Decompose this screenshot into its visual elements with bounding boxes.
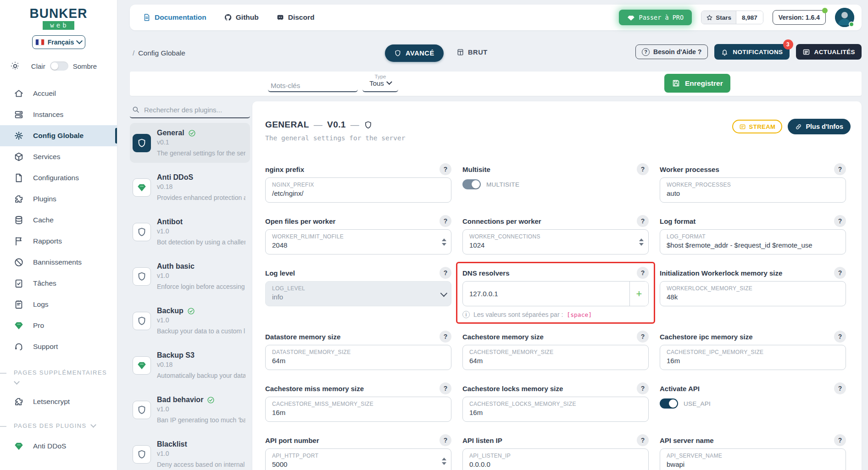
github-stars-badge[interactable]: Stars 8,987 xyxy=(701,11,763,24)
upgrade-pro-button[interactable]: Passer à PRO xyxy=(619,10,692,25)
sidebar-item-plugins[interactable]: Plugins xyxy=(0,188,117,210)
add-value-button[interactable]: + xyxy=(630,282,648,306)
cachestore-locks-memory-size-input[interactable]: CACHESTORE_LOCKS_MEMORY_SIZE16m xyxy=(462,397,649,422)
number-stepper[interactable] xyxy=(639,238,644,246)
sidebar-item-instances[interactable]: Instances xyxy=(0,104,117,125)
worker-processes-input[interactable]: WORKER_PROCESSESauto xyxy=(660,177,846,203)
plugin-item-antibot[interactable]: Antibot v1.0 Bot detection by using a ch… xyxy=(130,212,250,252)
help-icon[interactable]: ? xyxy=(637,163,649,175)
plugin-description: Provides enhanced protection a... xyxy=(157,194,245,201)
settings-form: nginx prefix? NGINX_PREFIX/etc/nginx/ Mu… xyxy=(252,164,862,470)
help-icon[interactable]: ? xyxy=(440,434,451,446)
sidebar-item-services[interactable]: Services xyxy=(0,146,117,167)
more-info-button[interactable]: Plus d'Infos xyxy=(788,119,851,134)
dns-resolvers-input[interactable]: 127.0.0.1 xyxy=(463,282,630,306)
log-format-input[interactable]: LOG_FORMAT$host $remote_addr - $request_… xyxy=(660,229,846,254)
sidebar-item-bannissements[interactable]: Bannissements xyxy=(0,252,117,273)
shield-icon xyxy=(394,50,401,57)
number-stepper[interactable] xyxy=(442,238,446,246)
sidebar-item-letsencrypt[interactable]: Letsencrypt xyxy=(0,391,117,412)
field-datastore-memory-size: Datastore memory size? DATASTORE_MEMORY_… xyxy=(265,331,451,370)
version-label: Version: 1.6.4 xyxy=(779,14,820,21)
plugin-item-blacklist[interactable]: Blacklist v1.0 Deny access based on inte… xyxy=(130,434,250,470)
workerlock-memory-size-input[interactable]: WORKERLOCK_MEMORY_SIZE48k xyxy=(660,281,846,306)
sidebar-item-configurations[interactable]: Configurations xyxy=(0,167,117,188)
help-icon[interactable]: ? xyxy=(637,215,649,227)
documentation-link[interactable]: Documentation xyxy=(143,13,206,22)
help-icon[interactable]: ? xyxy=(440,163,451,175)
news-button[interactable]: ACTUALITÉS xyxy=(796,44,862,60)
field-multisite: Multisite? MULTISITE xyxy=(462,164,649,203)
sidebar-item-support[interactable]: Support xyxy=(0,336,117,357)
theme-switcher: Clair Sombre xyxy=(0,61,117,71)
plugin-item-general[interactable]: General v0.1 The general settings for th… xyxy=(130,123,250,163)
cachestore-ipc-memory-size-input[interactable]: CACHESTORE_IPC_MEMORY_SIZE16m xyxy=(660,345,846,370)
tab-advanced[interactable]: AVANCÉ xyxy=(385,44,444,62)
api-listen-ip-input[interactable]: API_LISTEN_IP0.0.0.0 xyxy=(462,448,649,470)
help-icon[interactable]: ? xyxy=(834,163,846,175)
save-button[interactable]: Enregistrer xyxy=(664,74,730,93)
help-icon[interactable]: ? xyxy=(637,382,649,394)
sidebar-item-label: Services xyxy=(33,153,60,161)
use-api-toggle[interactable] xyxy=(660,398,678,409)
sidebar-item-taches[interactable]: Tâches xyxy=(0,273,117,294)
chevron-down-icon[interactable] xyxy=(90,422,96,428)
sidebar-item-anti-ddos[interactable]: Anti DDoS xyxy=(0,436,117,457)
document-icon xyxy=(143,13,151,22)
tab-raw[interactable]: BRUT xyxy=(456,48,488,56)
sidebar-item-cache[interactable]: Cache xyxy=(0,210,117,231)
sidebar-item-rapports[interactable]: Rapports xyxy=(0,231,117,252)
datastore-memory-size-input[interactable]: DATASTORE_MEMORY_SIZE64m xyxy=(265,345,451,370)
plugin-item-anti-ddos[interactable]: Anti DDoS v0.18 Provides enhanced protec… xyxy=(130,167,250,207)
theme-toggle[interactable] xyxy=(50,61,68,71)
chevron-down-icon[interactable] xyxy=(14,379,20,385)
plugin-item-backup-s3[interactable]: Backup S3 v0.18 Automatically backup you… xyxy=(130,345,250,385)
api-server-name-input[interactable]: API_SERVER_NAMEbwapi xyxy=(660,448,846,470)
help-icon[interactable]: ? xyxy=(834,215,846,227)
help-icon[interactable]: ? xyxy=(834,331,846,343)
plugin-item-auth-basic[interactable]: Auth basic v1.0 Enforce login before acc… xyxy=(130,256,250,296)
log-level-select[interactable]: LOG_LEVELinfo xyxy=(265,281,451,306)
check-circle-icon xyxy=(207,396,215,404)
newspaper-icon xyxy=(802,48,810,56)
sidebar-item-logs[interactable]: Logs xyxy=(0,294,117,315)
field-cachestore-miss-memory-size: Cachestore miss memory size? CACHESTORE_… xyxy=(265,383,451,422)
number-stepper[interactable] xyxy=(442,458,446,465)
help-icon[interactable]: ? xyxy=(637,331,649,343)
sidebar-item-label: Anti DDoS xyxy=(33,442,66,450)
help-icon[interactable]: ? xyxy=(440,267,451,279)
cachestore-miss-memory-size-input[interactable]: CACHESTORE_MISS_MEMORY_SIZE16m xyxy=(265,397,451,422)
plugin-item-backup[interactable]: Backup v1.0 Backup your data to a custom… xyxy=(130,301,250,341)
sidebar-item-accueil[interactable]: Accueil xyxy=(0,83,117,104)
help-icon[interactable]: ? xyxy=(440,382,451,394)
keywords-input[interactable] xyxy=(268,76,358,92)
sidebar-item-config-globale[interactable]: Config Globale xyxy=(0,125,117,146)
help-icon[interactable]: ? xyxy=(834,267,846,279)
help-icon[interactable]: ? xyxy=(440,331,451,343)
breadcrumb-current[interactable]: Config Globale xyxy=(138,49,185,57)
notifications-button[interactable]: NOTIFICATIONS3 xyxy=(714,44,789,60)
help-icon[interactable]: ? xyxy=(637,267,649,279)
help-icon[interactable]: ? xyxy=(834,382,846,394)
worker-rlimit-nofile-input[interactable]: WORKER_RLIMIT_NOFILE2048 xyxy=(265,229,451,254)
github-link[interactable]: Github xyxy=(224,13,259,22)
user-avatar[interactable] xyxy=(835,8,854,27)
plugin-item-bad-behavior[interactable]: Bad behavior v1.0 Ban IP generating too … xyxy=(130,390,250,430)
sidebar-item-pro[interactable]: Pro xyxy=(0,315,117,336)
nginx-prefix-input[interactable]: NGINX_PREFIX/etc/nginx/ xyxy=(265,177,451,203)
cachestore-memory-size-input[interactable]: CACHESTORE_MEMORY_SIZE64m xyxy=(462,345,649,370)
type-select[interactable]: Type Tous xyxy=(362,72,398,92)
multisite-toggle[interactable] xyxy=(462,179,481,189)
chevron-down-icon xyxy=(76,38,83,44)
discord-link[interactable]: Discord xyxy=(276,13,315,22)
worker-connections-input[interactable]: WORKER_CONNECTIONS1024 xyxy=(462,229,649,254)
need-help-button[interactable]: ?Besoin d'Aide ? xyxy=(635,44,708,59)
api-http-port-input[interactable]: API_HTTP_PORT5000 xyxy=(265,448,451,470)
plugin-search-input[interactable] xyxy=(144,106,240,114)
github-label: Github xyxy=(236,13,259,22)
help-icon[interactable]: ? xyxy=(440,215,451,227)
language-selector[interactable]: Français xyxy=(32,35,85,49)
app-logo[interactable]: BUNKER web xyxy=(0,0,117,30)
help-icon[interactable]: ? xyxy=(637,434,649,446)
help-icon[interactable]: ? xyxy=(834,434,846,446)
